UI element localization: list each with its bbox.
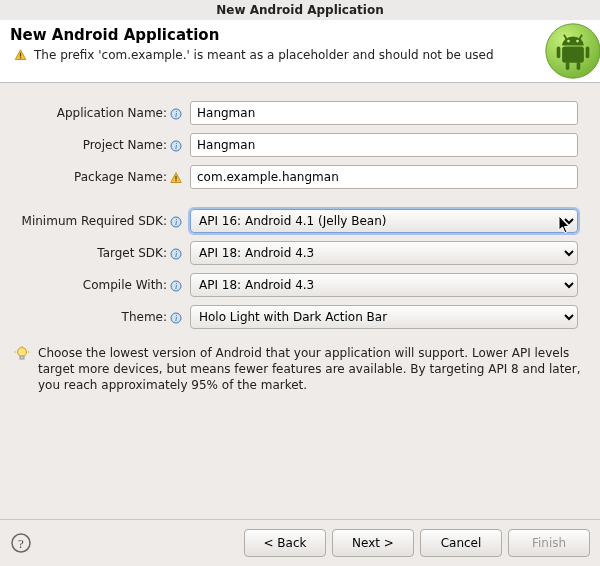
svg-point-26 bbox=[18, 348, 27, 357]
min-sdk-label: Minimum Required SDK: bbox=[22, 214, 167, 228]
package-name-label: Package Name: bbox=[74, 170, 167, 184]
theme-select[interactable]: Holo Light with Dark Action Bar bbox=[190, 305, 578, 329]
application-name-input[interactable] bbox=[190, 101, 578, 125]
package-name-input[interactable] bbox=[190, 165, 578, 189]
info-icon: i bbox=[170, 140, 182, 152]
project-name-input[interactable] bbox=[190, 133, 578, 157]
svg-rect-7 bbox=[577, 62, 581, 70]
svg-rect-16 bbox=[175, 175, 176, 179]
theme-label: Theme: bbox=[122, 310, 167, 324]
info-icon: i bbox=[170, 108, 182, 120]
hint-area: Choose the lowest version of Android tha… bbox=[0, 341, 588, 398]
svg-point-11 bbox=[576, 40, 579, 43]
compile-with-label: Compile With: bbox=[83, 278, 167, 292]
hint-text: Choose the lowest version of Android tha… bbox=[38, 345, 588, 394]
svg-rect-1 bbox=[20, 57, 21, 58]
button-bar: ? < Back Next > Cancel Finish bbox=[0, 519, 600, 566]
svg-text:i: i bbox=[175, 282, 177, 291]
svg-rect-3 bbox=[562, 46, 584, 62]
info-icon: i bbox=[170, 216, 182, 228]
info-icon: i bbox=[170, 280, 182, 292]
warning-icon bbox=[13, 49, 28, 61]
app-name-label: Application Name: bbox=[57, 106, 167, 120]
svg-text:i: i bbox=[175, 110, 177, 119]
svg-text:i: i bbox=[175, 314, 177, 323]
form-area: Application Name:i Project Name:i Packag… bbox=[0, 83, 600, 402]
page-title: New Android Application bbox=[10, 26, 590, 44]
finish-button: Finish bbox=[508, 529, 590, 557]
info-icon: i bbox=[170, 312, 182, 324]
wizard-header: New Android Application The prefix 'com.… bbox=[0, 20, 600, 83]
svg-point-10 bbox=[567, 40, 570, 43]
target-sdk-label: Target SDK: bbox=[97, 246, 167, 260]
back-button[interactable]: < Back bbox=[244, 529, 326, 557]
help-icon[interactable]: ? bbox=[10, 532, 32, 554]
svg-text:?: ? bbox=[18, 536, 24, 551]
svg-rect-0 bbox=[20, 53, 21, 57]
svg-text:i: i bbox=[175, 142, 177, 151]
info-icon: i bbox=[170, 248, 182, 260]
svg-rect-6 bbox=[566, 62, 570, 70]
svg-rect-27 bbox=[20, 356, 24, 359]
cancel-button[interactable]: Cancel bbox=[420, 529, 502, 557]
svg-text:i: i bbox=[175, 218, 177, 227]
warning-icon bbox=[170, 172, 182, 184]
compile-with-select[interactable]: API 18: Android 4.3 bbox=[190, 273, 578, 297]
svg-text:i: i bbox=[175, 250, 177, 259]
svg-rect-4 bbox=[557, 46, 561, 58]
next-button[interactable]: Next > bbox=[332, 529, 414, 557]
warning-text: The prefix 'com.example.' is meant as a … bbox=[34, 48, 494, 62]
project-name-label: Project Name: bbox=[83, 138, 167, 152]
window-title: New Android Application bbox=[0, 0, 600, 20]
min-sdk-select[interactable]: API 16: Android 4.1 (Jelly Bean) bbox=[190, 209, 578, 233]
lightbulb-icon bbox=[14, 346, 30, 362]
svg-rect-17 bbox=[175, 180, 176, 181]
android-icon bbox=[544, 22, 600, 80]
target-sdk-select[interactable]: API 18: Android 4.3 bbox=[190, 241, 578, 265]
svg-rect-5 bbox=[586, 46, 590, 58]
